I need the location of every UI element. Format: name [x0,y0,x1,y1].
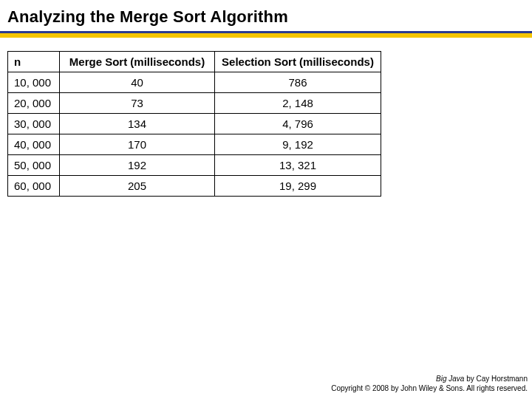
cell-n: 50, 000 [8,155,60,176]
table-row: 50, 000 192 13, 321 [8,155,381,176]
cell-selection: 2, 148 [215,93,381,114]
sort-comparison-table: n Merge Sort (milliseconds) Selection So… [7,51,381,197]
footer-byline: by Cay Horstmann [464,375,528,383]
table-row: 60, 000 205 19, 299 [8,176,381,197]
col-header-merge: Merge Sort (milliseconds) [60,52,215,72]
cell-n: 10, 000 [8,72,60,93]
cell-selection: 19, 299 [215,176,381,197]
footer-copyright: Copyright © 2008 by John Wiley & Sons. A… [331,384,528,394]
cell-selection: 4, 796 [215,114,381,134]
cell-n: 60, 000 [8,176,60,197]
title-rule [0,31,532,38]
cell-merge: 40 [60,72,215,93]
table-header-row: n Merge Sort (milliseconds) Selection So… [8,52,381,72]
cell-n: 30, 000 [8,114,60,134]
cell-n: 20, 000 [8,93,60,114]
footer-book-title: Big Java [436,375,464,383]
table-row: 30, 000 134 4, 796 [8,114,381,134]
cell-n: 40, 000 [8,134,60,155]
footer-line1: Big Java by Cay Horstmann [331,375,528,384]
table-row: 20, 000 73 2, 148 [8,93,381,114]
content-area: n Merge Sort (milliseconds) Selection So… [0,38,532,197]
slide-title: Analyzing the Merge Sort Algorithm [0,0,532,30]
cell-merge: 134 [60,114,215,134]
col-header-n: n [8,52,60,72]
cell-selection: 9, 192 [215,134,381,155]
cell-merge: 205 [60,176,215,197]
cell-selection: 786 [215,72,381,93]
table-row: 40, 000 170 9, 192 [8,134,381,155]
footer: Big Java by Cay Horstmann Copyright © 20… [331,375,528,393]
col-header-selection: Selection Sort (milliseconds) [215,52,381,72]
table-row: 10, 000 40 786 [8,72,381,93]
cell-selection: 13, 321 [215,155,381,176]
cell-merge: 73 [60,93,215,114]
cell-merge: 170 [60,134,215,155]
cell-merge: 192 [60,155,215,176]
